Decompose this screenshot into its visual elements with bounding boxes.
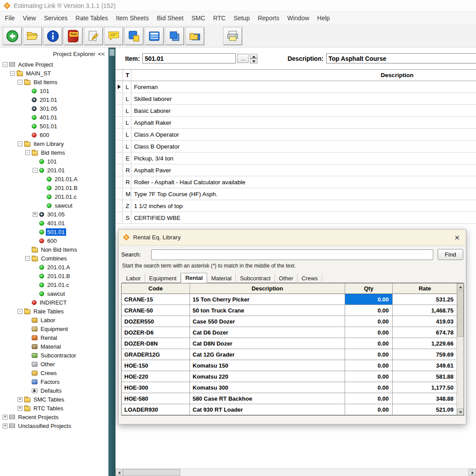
item-grid-row[interactable]: MType 7F Top Course (HF) Asph.: [115, 188, 476, 200]
qty-cell[interactable]: 0.00: [345, 360, 393, 371]
tree-node-non-bid-items[interactable]: Non Bid Items: [0, 245, 108, 254]
item-grid-row[interactable]: LClass A Operator: [115, 129, 476, 141]
code-cell[interactable]: CRANE-15: [122, 294, 190, 305]
qty-cell[interactable]: 0.00: [345, 404, 393, 415]
rental-grid-row[interactable]: DOZER550Case 550 Dozer0.00419.03: [122, 316, 457, 327]
row-selector[interactable]: [115, 176, 123, 188]
rental-grid-row[interactable]: HOE-300Komatsu 3000.001,177.50: [122, 382, 457, 393]
qty-cell[interactable]: 0.00: [345, 338, 393, 349]
tree-node-201-01-a[interactable]: 201.01.A: [0, 263, 108, 271]
expander-minus[interactable]: -: [25, 256, 30, 261]
tree-node-101[interactable]: 101: [0, 157, 108, 166]
type-cell[interactable]: L: [123, 141, 131, 152]
tab-labor[interactable]: Labor: [122, 274, 145, 283]
tree-node-301-05[interactable]: ++301.05: [0, 210, 108, 219]
rate-cell[interactable]: 1,468.75: [393, 305, 457, 316]
expander-plus[interactable]: +: [3, 415, 7, 420]
menu-rate-tables[interactable]: Rate Tables: [71, 13, 112, 23]
rate-cell[interactable]: 348.88: [393, 393, 457, 404]
rate-cell[interactable]: 1,229.66: [393, 338, 457, 349]
code-cell[interactable]: HOE-580: [122, 393, 190, 404]
qty-cell[interactable]: 0.00: [345, 393, 393, 404]
code-cell[interactable]: DOZER-D6: [122, 327, 190, 338]
column-header-qty[interactable]: Qty: [345, 283, 393, 294]
description-cell[interactable]: CERTIFIED WBE: [131, 212, 476, 224]
description-cell[interactable]: Foreman: [131, 81, 476, 93]
code-cell[interactable]: HOE-220: [122, 371, 190, 382]
row-selector[interactable]: [115, 117, 123, 129]
code-cell[interactable]: DOZER-D8N: [122, 338, 190, 349]
description-cell[interactable]: Skilled laborer: [131, 93, 476, 105]
tree-node-bid-items[interactable]: -Bid Items: [0, 148, 108, 157]
tree-node-recent-projects[interactable]: +Recent Projects: [0, 413, 108, 421]
type-cell[interactable]: L: [123, 129, 131, 141]
rental-grid-row[interactable]: HOE-150Komatsu 1500.00349.61: [122, 360, 457, 371]
description-cell[interactable]: Cat 12G Grader: [190, 349, 345, 360]
tree-node-other[interactable]: Other: [0, 360, 108, 368]
type-cell[interactable]: L: [123, 117, 131, 129]
description-cell[interactable]: Type 7F Top Course (HF) Asph.: [131, 188, 476, 200]
tree-node-501-01[interactable]: 501.01: [0, 122, 108, 130]
edit-button[interactable]: [84, 27, 103, 45]
tree-node-item-library[interactable]: -Item Library: [0, 139, 108, 148]
dialog-close-button[interactable]: ×: [453, 233, 461, 242]
rental-grid-row[interactable]: CRANE-1515 Ton Cherry Picker0.00531.25: [122, 294, 457, 305]
rab-book-button[interactable]: Rab: [63, 27, 83, 45]
menu-setup[interactable]: Setup: [230, 13, 254, 23]
info-button[interactable]: [43, 27, 63, 45]
qty-cell[interactable]: 0.00: [345, 382, 393, 393]
description-cell[interactable]: Cat D8N Dozer: [190, 338, 345, 349]
rate-cell[interactable]: 674.78: [393, 327, 457, 338]
code-cell[interactable]: HOE-300: [122, 382, 190, 393]
tree-node-indirect[interactable]: INDIRECT: [0, 298, 108, 307]
scroll-down-button[interactable]: [457, 409, 464, 415]
menu-bid-sheet[interactable]: Bid Sheet: [153, 13, 188, 23]
explorer-scrollbar-thumb[interactable]: [109, 49, 115, 56]
scroll-left-button[interactable]: [115, 469, 123, 476]
expander-plus[interactable]: +: [3, 424, 7, 428]
tree-node-labor[interactable]: Labor: [0, 316, 108, 324]
description-cell[interactable]: 580 Case RT Backhoe: [190, 393, 345, 404]
tree-node-301-05[interactable]: +301.05: [0, 104, 108, 113]
qty-cell[interactable]: 0.00: [345, 327, 393, 338]
item-sheets-button[interactable]: [145, 27, 164, 45]
code-cell[interactable]: DOZER550: [122, 316, 190, 327]
item-grid-row[interactable]: EPickup, 3/4 ton: [115, 152, 476, 164]
tree-node-501-01[interactable]: 501.01: [0, 227, 108, 236]
tree-node-600[interactable]: 600: [0, 236, 108, 245]
tree-node-factors[interactable]: Factors: [0, 377, 108, 386]
description-cell[interactable]: Komatsu 150: [190, 360, 345, 371]
tree-node-101[interactable]: 101: [0, 86, 108, 95]
expander-minus[interactable]: -: [3, 62, 7, 67]
code-cell[interactable]: GRADER12G: [122, 349, 190, 360]
rental-grid-row[interactable]: LOADER930Cat 930 RT Loader0.00521.09: [122, 404, 457, 415]
column-header-code[interactable]: Code: [122, 283, 190, 294]
row-selector[interactable]: [115, 188, 123, 200]
tree-node-sawcut[interactable]: sawcut: [0, 201, 108, 210]
qty-cell[interactable]: 0.00: [345, 305, 393, 316]
copy-folder-button[interactable]: [185, 27, 205, 45]
type-cell[interactable]: L: [123, 81, 131, 93]
rate-cell[interactable]: 531.25: [393, 294, 457, 305]
tab-other[interactable]: Other: [275, 274, 298, 283]
explorer-collapse-button[interactable]: <<: [98, 51, 105, 57]
tab-crews[interactable]: Crews: [298, 274, 322, 283]
rate-cell[interactable]: 759.69: [393, 349, 457, 360]
horizontal-scroll-thumb[interactable]: [123, 469, 180, 476]
description-cell[interactable]: Komatsu 300: [190, 382, 345, 393]
row-selector[interactable]: [115, 105, 123, 117]
description-cell[interactable]: Basic Laborer: [131, 105, 476, 117]
menu-services[interactable]: Services: [40, 13, 72, 23]
rental-grid-row[interactable]: GRADER12GCat 12G Grader0.00759.69: [122, 349, 457, 360]
tree-node-201-01[interactable]: +201.01: [0, 95, 108, 104]
rental-grid-row[interactable]: HOE-580580 Case RT Backhoe0.00348.88: [122, 393, 457, 404]
item-grid-row[interactable]: RRoller - Asphalt - Haul Calculator avai…: [115, 176, 476, 188]
tree-node-smc-tables[interactable]: +SMC Tables: [0, 395, 108, 404]
tree-node-material[interactable]: Material: [0, 342, 108, 351]
tree-node-201-01[interactable]: -201.01: [0, 166, 108, 175]
description-cell[interactable]: Komatsu 220: [190, 371, 345, 382]
explorer-scrollbar[interactable]: [108, 48, 115, 476]
description-cell[interactable]: Class B Operator: [131, 141, 476, 152]
expander-minus[interactable]: -: [25, 150, 30, 155]
tree-node-unclassified-projects[interactable]: +Unclassified Projects: [0, 421, 108, 430]
